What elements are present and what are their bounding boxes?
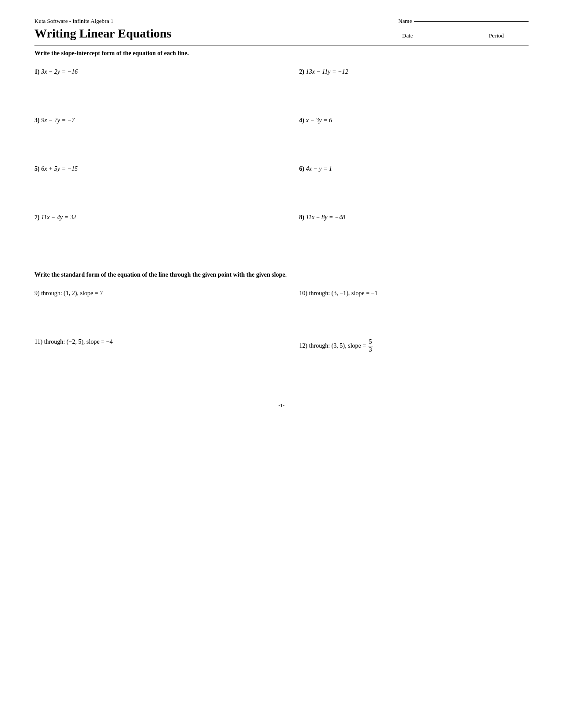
problem-2: 2) 13x − 11y = −12: [282, 64, 529, 113]
page-footer: -1-: [34, 402, 529, 418]
problem-7: 7) 11x − 4y = 32: [34, 210, 282, 258]
problem-9: 9) through: (1, 2), slope = 7: [34, 285, 282, 334]
software-name: Kuta Software - Infinite Algebra 1: [34, 18, 113, 25]
problem-6: 6) 4x − y = 1: [282, 161, 529, 210]
problem-num-12: 12): [299, 342, 309, 349]
problem-10: 10) through: (3, −1), slope = −1: [282, 285, 529, 334]
date-label: Date: [402, 32, 413, 39]
problem-num-1: 1): [34, 68, 41, 75]
section2-instruction: Write the standard form of the equation …: [34, 271, 529, 278]
period-blank: [511, 36, 529, 36]
problem-num-11: 11): [34, 338, 44, 345]
title-row: Writing Linear Equations Date Period: [34, 26, 529, 41]
name-line: Name: [398, 18, 529, 25]
problem-num-8: 8): [299, 214, 306, 221]
section2-break: Write the standard form of the equation …: [34, 271, 529, 278]
fraction-denominator: 3: [368, 346, 373, 354]
problem-num-3: 3): [34, 117, 41, 124]
problem-eq-6: 4x − y = 1: [306, 165, 332, 172]
problem-4: 4) x − 3y = 6: [282, 113, 529, 161]
problem-eq-4: x − 3y = 6: [306, 117, 332, 124]
header: Kuta Software - Infinite Algebra 1 Name: [34, 18, 529, 25]
name-label: Name: [398, 18, 412, 25]
problem-12: 12) through: (3, 5), slope = 53: [282, 334, 529, 385]
date-period: Date Period: [402, 32, 529, 39]
problem-fraction-12: 53: [368, 338, 373, 354]
page-number: -1-: [279, 402, 285, 409]
problem-num-6: 6): [299, 165, 306, 172]
problem-text-12: through: (3, 5), slope =: [309, 342, 368, 349]
problem-eq-8: 11x − 8y = −48: [306, 214, 345, 221]
problem-text-11: through: (−2, 5), slope = −4: [44, 338, 113, 345]
problem-text-9: through: (1, 2), slope = 7: [41, 290, 103, 296]
section2-problems: 9) through: (1, 2), slope = 7 10) throug…: [34, 285, 529, 385]
problem-num-7: 7): [34, 214, 41, 221]
problem-eq-3: 9x − 7y = −7: [41, 117, 75, 124]
problem-eq-1: 3x − 2y = −16: [41, 68, 78, 75]
date-blank: [420, 36, 482, 36]
problem-num-4: 4): [299, 117, 306, 124]
problem-5: 5) 6x + 5y = −15: [34, 161, 282, 210]
problem-1: 1) 3x − 2y = −16: [34, 64, 282, 113]
problem-eq-5: 6x + 5y = −15: [41, 165, 78, 172]
period-label: Period: [489, 32, 504, 39]
fraction-numerator: 5: [368, 338, 373, 346]
problem-eq-2: 13x − 11y = −12: [306, 68, 348, 75]
divider: [34, 45, 529, 45]
problem-num-10: 10): [299, 290, 309, 296]
problem-11: 11) through: (−2, 5), slope = −4: [34, 334, 282, 385]
problem-8: 8) 11x − 8y = −48: [282, 210, 529, 258]
problem-text-10: through: (3, −1), slope = −1: [309, 290, 378, 296]
problem-eq-7: 11x − 4y = 32: [41, 214, 76, 221]
problem-num-9: 9): [34, 290, 41, 296]
problem-num-5: 5): [34, 165, 41, 172]
name-blank: [414, 21, 529, 22]
problem-3: 3) 9x − 7y = −7: [34, 113, 282, 161]
problem-num-2: 2): [299, 68, 306, 75]
worksheet-title: Writing Linear Equations: [34, 26, 171, 41]
section1-problems: 1) 3x − 2y = −16 2) 13x − 11y = −12 3) 9…: [34, 64, 529, 258]
section1-instruction: Write the slope-intercept form of the eq…: [34, 50, 529, 57]
